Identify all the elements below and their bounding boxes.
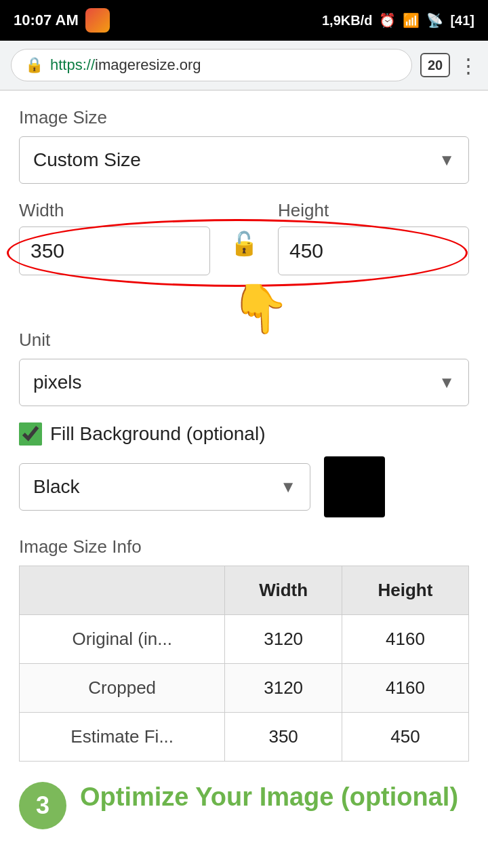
hand-pointer-annotation: 👇: [230, 281, 289, 336]
image-size-dropdown-arrow: ▼: [439, 151, 455, 170]
height-input[interactable]: [278, 226, 469, 275]
fill-bg-label: Fill Background (optional): [50, 423, 266, 445]
color-swatch: [324, 456, 385, 517]
content-area: Image Size Custom Size ▼ Width 🔓 Height …: [0, 91, 488, 846]
table-row: Cropped 3120 4160: [20, 664, 469, 713]
row-width: 3120: [225, 664, 342, 713]
table-header-name: [20, 566, 225, 615]
row-label: Original (in...: [20, 615, 225, 664]
url-text: https://imageresize.org: [50, 56, 201, 74]
status-time: 10:07 AM: [14, 12, 79, 29]
color-dropdown[interactable]: Black ▼: [19, 463, 310, 511]
image-size-label: Image Size: [19, 107, 469, 128]
fill-bg-checkbox[interactable]: [19, 422, 42, 446]
row-label: Cropped: [20, 664, 225, 713]
wifi-icon: 📡: [426, 12, 443, 28]
step3-section: 3 Optimize Your Image (optional): [19, 782, 469, 829]
status-right: 1,9KB/d ⏰ 📶 📡 [41]: [322, 12, 474, 28]
fill-bg-row: Fill Background (optional): [19, 422, 469, 446]
width-col: Width: [19, 200, 210, 275]
browser-bar: 🔒 https://imageresize.org 20 ⋮: [0, 41, 488, 90]
network-speed: 1,9KB/d: [322, 13, 372, 28]
row-width: 3120: [225, 615, 342, 664]
color-value: Black: [33, 476, 79, 498]
battery-icon: [41]: [450, 13, 474, 28]
height-col: Height: [278, 200, 469, 275]
row-height: 450: [342, 713, 468, 762]
wh-annotation-container: Width 🔓 Height 👇: [19, 200, 469, 275]
tab-count[interactable]: 20: [420, 53, 450, 77]
color-row: Black ▼: [19, 456, 469, 517]
table-row: Original (in... 3120 4160: [20, 615, 469, 664]
url-bar[interactable]: 🔒 https://imageresize.org: [11, 49, 412, 81]
image-size-dropdown[interactable]: Custom Size ▼: [19, 136, 469, 184]
step3-title: Optimize Your Image (optional): [80, 782, 458, 813]
lock-icon: 🔒: [25, 56, 43, 74]
alarm-icon: ⏰: [379, 12, 396, 28]
image-size-table: Width Height Original (in... 3120 4160 C…: [19, 566, 469, 762]
step3-badge: 3: [19, 782, 66, 829]
unit-dropdown[interactable]: pixels ▼: [19, 359, 469, 406]
status-bar: 10:07 AM 1,9KB/d ⏰ 📶 📡 [41]: [0, 0, 488, 41]
image-size-info-label: Image Size Info: [19, 536, 469, 557]
url-scheme: https://: [50, 56, 95, 73]
table-header-width: Width: [225, 566, 342, 615]
color-dropdown-arrow: ▼: [280, 477, 296, 496]
signal-icon: 📶: [403, 12, 420, 28]
table-header-height: Height: [342, 566, 468, 615]
table-row: Estimate Fi... 350 450: [20, 713, 469, 762]
app-icon: [85, 8, 110, 33]
unit-section: Unit pixels ▼: [19, 330, 469, 406]
row-width: 350: [225, 713, 342, 762]
height-label: Height: [278, 200, 469, 221]
unit-value: pixels: [33, 372, 82, 393]
image-size-value: Custom Size: [33, 149, 141, 171]
table-header-row: Width Height: [20, 566, 469, 615]
unit-dropdown-arrow: ▼: [439, 373, 455, 392]
url-host: imageresize.org: [95, 56, 201, 73]
unit-label: Unit: [19, 330, 469, 351]
width-height-row: Width 🔓 Height: [19, 200, 469, 275]
width-input[interactable]: [19, 226, 210, 275]
row-label: Estimate Fi...: [20, 713, 225, 762]
row-height: 4160: [342, 664, 468, 713]
more-menu-button[interactable]: ⋮: [458, 54, 477, 77]
width-label: Width: [19, 200, 210, 221]
row-height: 4160: [342, 615, 468, 664]
lock-ratio-icon[interactable]: 🔓: [224, 200, 264, 257]
